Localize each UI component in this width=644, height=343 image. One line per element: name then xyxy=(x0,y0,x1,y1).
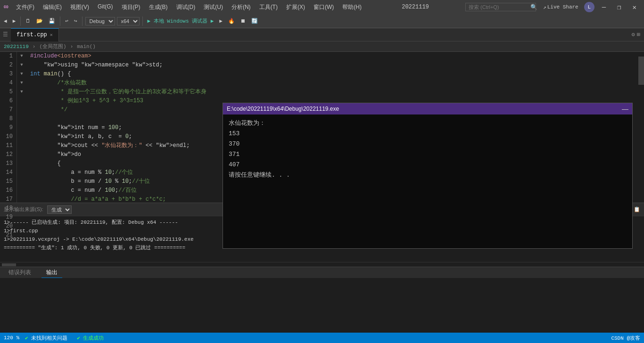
tab-close-icon[interactable]: ✕ xyxy=(50,32,53,38)
console-close-btn[interactable]: — xyxy=(622,105,628,113)
back-btn[interactable]: ◀ xyxy=(2,17,9,25)
vs-logo: ∞ xyxy=(4,3,8,11)
right-scrollbar[interactable] xyxy=(638,52,644,203)
line-number: 9 xyxy=(2,123,13,132)
editor-header: ☰ first.cpp ✕ ⚙ ⊞ 20221119 › (全局范围) › ma… xyxy=(0,28,644,52)
line-number: 21 xyxy=(2,231,13,240)
output-source-select[interactable]: 生成 xyxy=(47,205,72,214)
error-list-tab[interactable]: 错误列表 xyxy=(4,268,36,278)
line-number: 13 xyxy=(2,159,13,168)
zoom-level: 120 % xyxy=(4,335,19,341)
explorer-icon[interactable]: ☰ xyxy=(0,31,11,38)
liveshare-btn[interactable]: ↗ Live Share xyxy=(541,3,580,11)
file-tab[interactable]: first.cpp ✕ xyxy=(11,28,59,41)
sep1 xyxy=(20,16,21,26)
tab-filename: first.cpp xyxy=(17,32,47,38)
line-number: 1 xyxy=(2,52,13,61)
line-number: 18 xyxy=(2,204,13,213)
h-scroll-thumb xyxy=(2,263,16,266)
tab-actions: ⚙ ⊞ xyxy=(632,31,644,38)
line-number: 10 xyxy=(2,132,13,141)
fold-icon[interactable]: ▼ xyxy=(17,79,26,88)
restore-btn[interactable]: ❐ xyxy=(613,2,625,12)
menu-bar: 文件(F)编辑(E)视图(V)Git(G)项目(P)生成(B)调试(D)测试(U… xyxy=(12,2,365,12)
menu-item[interactable]: 分析(N) xyxy=(228,2,255,12)
menu-item[interactable]: 测试(U) xyxy=(200,2,227,12)
line-number: 19 xyxy=(2,213,13,222)
menu-item[interactable]: 生成(B) xyxy=(145,2,172,12)
user-avatar[interactable]: L xyxy=(584,2,594,12)
code-line: * 是指一个三位数，它的每个位上的3次幂之和等于它本身 xyxy=(30,88,635,97)
fold-icon[interactable]: ▼ xyxy=(17,70,26,79)
close-btn[interactable]: ✕ xyxy=(629,2,640,12)
continue-btn[interactable]: ▶ xyxy=(217,17,224,25)
minimize-btn[interactable]: — xyxy=(598,2,610,12)
console-title-bar: E:\code\20221119\x64\Debug\20221119.exe … xyxy=(223,103,632,114)
undo-btn[interactable]: ↩ xyxy=(63,17,70,25)
breadcrumb: 20221119 › (全局范围) › main() xyxy=(0,41,644,52)
tab-bar: ☰ first.cpp ✕ ⚙ ⊞ xyxy=(0,28,644,41)
breadcrumb-project: 20221119 xyxy=(4,44,29,49)
stop-btn[interactable]: ⏹ xyxy=(239,17,248,25)
console-output-line: 水仙花数为： xyxy=(229,118,627,129)
output-bottom-tabs: 错误列表 输出 xyxy=(0,267,644,278)
line-number: 2 xyxy=(2,61,13,70)
menu-item[interactable]: 工具(T) xyxy=(256,2,281,12)
line-number: 15 xyxy=(2,177,13,186)
fold-icon[interactable]: ▼ xyxy=(17,52,26,61)
breadcrumb-sep1: › xyxy=(33,44,36,49)
line-number: 6 xyxy=(2,97,13,106)
open-btn[interactable]: 📂 xyxy=(34,17,45,25)
scroll-thumb xyxy=(638,57,644,85)
code-line: int main() { xyxy=(30,70,635,79)
console-output-line: 407 xyxy=(229,160,627,170)
forward-btn[interactable]: ▶ xyxy=(11,17,18,25)
console-output-line: 371 xyxy=(229,149,627,160)
sep2 xyxy=(60,16,60,26)
restart-btn[interactable]: 🔄 xyxy=(249,17,260,25)
menu-item[interactable]: 帮助(H) xyxy=(339,2,365,12)
output-copy-icon[interactable]: 📋 xyxy=(634,206,640,212)
code-line: /*水仙花数 xyxy=(30,79,635,88)
menu-item[interactable]: 窗口(W) xyxy=(310,2,338,12)
line-number: 12 xyxy=(2,150,13,159)
console-window: E:\code\20221119\x64\Debug\20221119.exe … xyxy=(223,103,633,249)
toolbar: ◀ ▶ 🗒 📂 💾 ↩ ↪ Debug x64 ▶ 本地 Windows 调试器… xyxy=(0,14,644,28)
redo-btn[interactable]: ↪ xyxy=(72,17,79,25)
title-bar-left: ∞ 文件(F)编辑(E)视图(V)Git(G)项目(P)生成(B)调试(D)测试… xyxy=(4,2,365,12)
fold-icon[interactable]: ▼ xyxy=(17,88,26,97)
line-number: 4 xyxy=(2,79,13,88)
run-debugger-btn[interactable]: ▶ 本地 Windows 调试器 ▶ xyxy=(146,16,216,25)
menu-item[interactable]: 视图(V) xyxy=(66,2,93,12)
line-numbers: 123456789101112131415161718192021 xyxy=(0,52,17,203)
output-scrollbar-h[interactable] xyxy=(0,262,644,267)
line-number: 11 xyxy=(2,141,13,150)
menu-item[interactable]: 调试(D) xyxy=(173,2,199,12)
menu-item[interactable]: Git(G) xyxy=(94,2,117,12)
debug-config-select[interactable]: Debug xyxy=(85,17,115,25)
menu-item[interactable]: 编辑(E) xyxy=(39,2,66,12)
sep4 xyxy=(142,16,143,26)
menu-item[interactable]: 项目(P) xyxy=(118,2,144,12)
platform-select[interactable]: x64 xyxy=(117,17,140,25)
line-number: 16 xyxy=(2,186,13,195)
save-btn[interactable]: 💾 xyxy=(47,17,57,25)
sep3 xyxy=(82,16,83,26)
title-right: 🔍 ↗ Live Share L — ❐ ✕ xyxy=(465,2,640,12)
console-content: 水仙花数为：153370371407请按任意键继续. . . xyxy=(223,114,632,248)
tab-split-icon[interactable]: ⊞ xyxy=(637,31,640,38)
search-input[interactable] xyxy=(465,3,536,11)
tab-settings-icon[interactable]: ⚙ xyxy=(632,31,635,38)
fold-icon[interactable]: ▼ xyxy=(17,61,26,70)
no-errors-indicator: ✔ 未找到相关问题 xyxy=(25,335,67,342)
no-errors-icon: ✔ xyxy=(25,335,28,341)
status-bar: 120 % ✔ 未找到相关问题 ✔ 生成成功 CSDN @攻客 xyxy=(0,333,644,343)
menu-item[interactable]: 扩展(X) xyxy=(282,2,309,12)
breadcrumb-scope: (全局范围) xyxy=(39,43,66,50)
menu-item[interactable]: 文件(F) xyxy=(12,2,38,12)
new-project-btn[interactable]: 🗒 xyxy=(24,17,33,25)
window-title: 20221119 xyxy=(402,4,429,10)
hot-reload-btn[interactable]: 🔥 xyxy=(226,17,237,25)
output-tab[interactable]: 输出 xyxy=(41,268,62,278)
console-output-line: 370 xyxy=(229,139,627,149)
